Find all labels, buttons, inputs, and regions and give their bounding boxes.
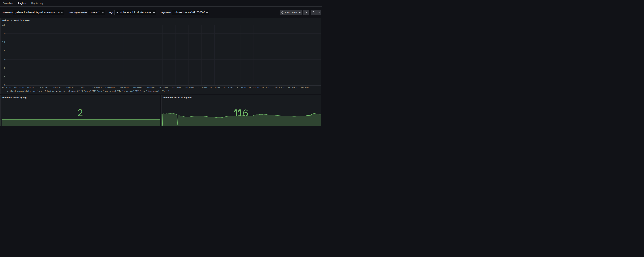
svg-text:12/12 16:00: 12/12 16:00 [196,86,207,89]
svg-text:8: 8 [4,50,5,52]
svg-text:6: 6 [243,107,248,118]
svg-text:12/12 00:00: 12/12 00:00 [92,86,102,89]
svg-text:10: 10 [2,41,5,43]
svg-text:12/12 10:00: 12/12 10:00 [157,86,168,89]
svg-text:14: 14 [2,24,5,26]
svg-text:12/12 22:00: 12/12 22:00 [236,86,246,89]
svg-text:12/13 00:00: 12/13 00:00 [249,86,259,89]
svg-text:12/13 06:00: 12/13 06:00 [288,86,298,89]
svg-text:12/11 20:00: 12/11 20:00 [66,86,76,89]
svg-text:12/11 16:00: 12/11 16:00 [40,86,50,89]
svg-text:12/12 12:00: 12/12 12:00 [170,86,181,89]
svg-text:12/11 12:00: 12/11 12:00 [14,86,24,89]
svg-text:12/12 14:00: 12/12 14:00 [183,86,194,89]
svg-text:12/13 08:00: 12/13 08:00 [301,86,311,89]
svg-text:12: 12 [2,32,5,35]
svg-text:12/12 08:00: 12/12 08:00 [144,86,155,89]
svg-text:12/12 06:00: 12/12 06:00 [131,86,142,89]
svg-text:2: 2 [78,107,83,118]
svg-text:12/12 18:00: 12/12 18:00 [210,86,220,89]
svg-text:6: 6 [4,58,5,60]
svg-text:2/11 10:00: 2/11 10:00 [2,86,11,89]
svg-text:12/13 02:00: 12/13 02:00 [262,86,272,89]
svg-text:2: 2 [4,75,5,78]
svg-text:12/11 14:00: 12/11 14:00 [27,86,37,89]
svg-text:4: 4 [4,67,5,69]
svg-text:12/11 18:00: 12/11 18:00 [53,86,63,89]
svg-text:12/12 20:00: 12/12 20:00 [222,86,233,89]
svg-text:12/12 02:00: 12/12 02:00 [105,86,116,89]
svg-text:12/12 04:00: 12/12 04:00 [118,86,128,89]
svg-text:12/11 22:00: 12/11 22:00 [79,86,89,89]
svg-text:12/13 04:00: 12/13 04:00 [275,86,285,89]
